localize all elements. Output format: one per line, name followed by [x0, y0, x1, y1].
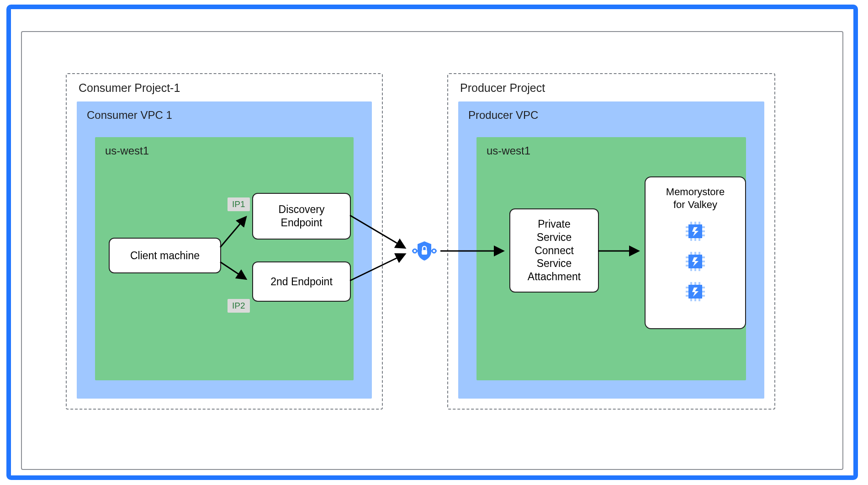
ip1-tag: IP1: [228, 197, 250, 211]
consumer-region-title: us-west1: [105, 144, 149, 157]
google-cloud-frame: Google Cloud Consumer Project-1 Consumer…: [6, 5, 858, 480]
client-machine-label: Client machine: [130, 249, 200, 262]
memorystore-box: Memorystore for Valkey: [645, 176, 746, 329]
svg-point-41: [413, 249, 417, 253]
psc-shield-icon: [412, 239, 437, 263]
google-word: Google: [22, 12, 70, 27]
producer-project-box: Producer Project Producer VPC us-west1 P…: [447, 73, 775, 410]
consumer-project-box: Consumer Project-1 Consumer VPC 1 us-wes…: [66, 73, 383, 410]
discovery-endpoint-node: Discovery Endpoint: [252, 193, 351, 240]
svg-point-43: [432, 249, 436, 253]
second-endpoint-label: 2nd Endpoint: [270, 275, 333, 288]
consumer-vpc-title: Consumer VPC 1: [87, 109, 172, 122]
svg-rect-44: [422, 250, 427, 255]
consumer-vpc-box: Consumer VPC 1 us-west1 Client machine I…: [77, 101, 372, 399]
ip2-tag: IP2: [228, 299, 250, 313]
inner-frame: Consumer Project-1 Consumer VPC 1 us-wes…: [21, 31, 843, 470]
memory-chip-icon: [685, 281, 706, 302]
producer-region-title: us-west1: [487, 144, 530, 157]
memory-chip-icon: [685, 251, 706, 272]
producer-region-box: us-west1 Private Service Connect Service…: [476, 137, 746, 380]
producer-project-title: Producer Project: [460, 81, 545, 95]
discovery-endpoint-label: Discovery Endpoint: [279, 203, 325, 229]
second-endpoint-node: 2nd Endpoint: [252, 261, 351, 302]
producer-vpc-box: Producer VPC us-west1 Private Service Co…: [458, 101, 764, 399]
memorystore-label: Memorystore for Valkey: [666, 186, 725, 211]
consumer-project-title: Consumer Project-1: [79, 81, 180, 95]
client-machine-node: Client machine: [109, 238, 221, 273]
google-cloud-title: Google Cloud: [22, 12, 110, 27]
consumer-region-box: us-west1 Client machine IP1 Discovery En…: [95, 137, 354, 380]
cloud-word: Cloud: [70, 12, 110, 27]
psc-attachment-node: Private Service Connect Service Attachme…: [509, 208, 599, 293]
psc-attachment-label: Private Service Connect Service Attachme…: [528, 218, 581, 283]
memory-chip-icon: [685, 221, 706, 242]
producer-vpc-title: Producer VPC: [468, 109, 538, 122]
